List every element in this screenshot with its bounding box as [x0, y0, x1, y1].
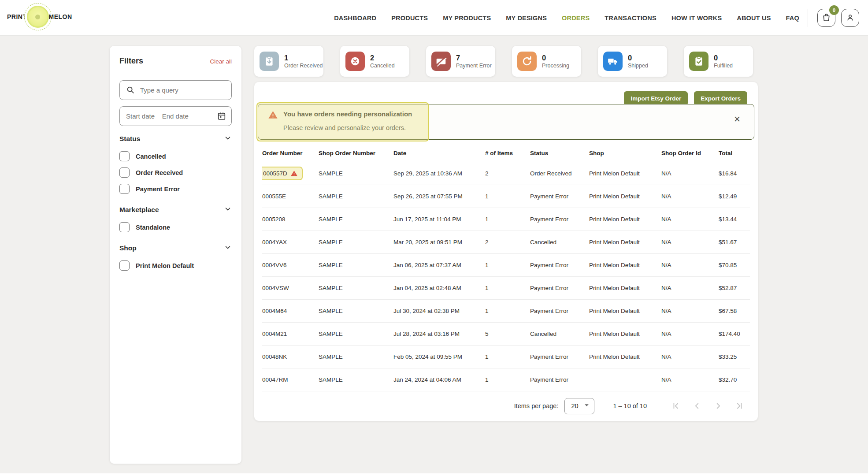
cell-order-number: 00048NK — [262, 353, 319, 360]
nav-item-my-products[interactable]: MY PRODUCTS — [443, 15, 491, 22]
cell-date: Feb 05, 2024 at 09:55 PM — [393, 353, 485, 360]
table-row-0004m64[interactable]: 0004M64SAMPLEJul 30, 2024 at 02:38 PM1Pa… — [262, 300, 750, 323]
filter-option-label: Cancelled — [136, 153, 166, 160]
nav-item-orders[interactable]: ORDERS — [562, 15, 590, 22]
table-row-00048nk[interactable]: 00048NKSAMPLEFeb 05, 2024 at 09:55 PM1Pa… — [262, 346, 750, 368]
table-header-row: Order NumberShop Order NumberDate# of It… — [262, 145, 750, 162]
status-card-cancelled[interactable]: 2Cancelled — [340, 46, 409, 77]
nav-item-how-it-works[interactable]: HOW IT WORKS — [671, 15, 722, 22]
status-card-label: Processing — [542, 63, 569, 70]
filter-option-cancelled[interactable]: Cancelled — [119, 148, 232, 164]
filter-section-header-marketplace[interactable]: Marketplace — [119, 205, 232, 215]
cell-items: 5 — [485, 331, 530, 337]
checkbox[interactable] — [119, 260, 130, 271]
cell-total: $52.87 — [719, 285, 750, 291]
status-card-count: 7 — [456, 53, 492, 63]
search-input[interactable] — [119, 80, 232, 100]
prev-page-icon[interactable] — [689, 398, 705, 414]
warning-triangle-icon — [268, 110, 278, 120]
account-button[interactable] — [841, 9, 859, 27]
status-card-fulfilled[interactable]: 0Fulfilled — [684, 46, 753, 77]
checkbox[interactable] — [119, 222, 130, 232]
nav-item-faq[interactable]: FAQ — [786, 15, 799, 22]
cell-items: 1 — [485, 376, 530, 383]
status-card-shipped[interactable]: 0Shipped — [598, 46, 667, 77]
checkbox[interactable] — [119, 151, 130, 161]
status-card-label: Shipped — [628, 63, 648, 70]
filter-section-title: Marketplace — [119, 206, 159, 214]
cell-shop-order-number: SAMPLE — [319, 262, 393, 268]
cell-shop: Print Melon Default — [589, 353, 661, 360]
clear-all-link[interactable]: Clear all — [210, 58, 232, 65]
cell-total: $33.25 — [719, 353, 750, 360]
filter-option-payment-error[interactable]: Payment Error — [119, 181, 232, 197]
payment-error-icon — [431, 52, 451, 71]
nav-item-about-us[interactable]: ABOUT US — [737, 15, 771, 22]
filter-section-header-shop[interactable]: Shop — [119, 243, 232, 253]
cell-total: $16.84 — [719, 170, 750, 177]
table-row-0004vv6[interactable]: 0004VV6SAMPLEJan 06, 2025 at 07:37 AM1Pa… — [262, 254, 750, 277]
cell-order-number: 0005208 — [262, 216, 319, 223]
cell-shop-order-number: SAMPLE — [319, 376, 393, 383]
status-card-label: Fulfilled — [714, 63, 733, 70]
cell-total: $70.85 — [719, 262, 750, 268]
nav-item-dashboard[interactable]: DASHBOARD — [334, 15, 376, 22]
personalization-alert: You have orders needing personalization … — [258, 104, 754, 140]
brand-prefix: PRINT — [7, 13, 27, 20]
table-row-0004vsw[interactable]: 0004VSWSAMPLEJan 04, 2025 at 02:48 AM1Pa… — [262, 277, 750, 300]
nav-item-products[interactable]: PRODUCTS — [391, 15, 428, 22]
processing-icon — [517, 52, 537, 71]
filter-section-shop: ShopPrint Melon Default — [119, 243, 232, 274]
chevron-down-icon — [224, 134, 232, 144]
cell-total: $51.67 — [719, 239, 750, 245]
status-card-payment-error[interactable]: 7Payment Error — [426, 46, 495, 77]
page-bottom-strip — [0, 473, 868, 476]
last-page-icon[interactable] — [731, 398, 747, 414]
first-page-icon[interactable] — [668, 398, 684, 414]
cell-order-number: 0004YAX — [262, 239, 319, 245]
status-card-order-received[interactable]: 1Order Received — [254, 46, 323, 77]
cell-date: Jun 17, 2025 at 11:04 PM — [393, 216, 485, 223]
column-header-shop-order-number: Shop Order Number — [319, 150, 393, 156]
filter-option-standalone[interactable]: Standalone — [119, 219, 232, 235]
orders-table: Order NumberShop Order NumberDate# of It… — [262, 145, 750, 391]
cell-shop-order-number: SAMPLE — [319, 285, 393, 291]
status-cards-row: 1Order Received2Cancelled7Payment Error0… — [254, 46, 758, 77]
user-icon — [845, 12, 855, 24]
cell-order-number: 000555E — [262, 193, 319, 200]
cart-button[interactable]: 0 — [817, 9, 835, 27]
column-header-order-number: Order Number — [262, 150, 319, 156]
table-row-0005208[interactable]: 0005208SAMPLEJun 17, 2025 at 11:04 PM1Pa… — [262, 208, 750, 231]
cell-status: Payment Error — [530, 353, 589, 360]
filter-section-header-status[interactable]: Status — [119, 134, 232, 144]
nav-item-my-designs[interactable]: MY DESIGNS — [506, 15, 547, 22]
chevron-down-icon — [584, 402, 590, 409]
brand-logo[interactable]: PRINT MELON — [7, 3, 72, 30]
table-row-000555e[interactable]: 000555ESAMPLESep 26, 2025 at 07:55 PM1Pa… — [262, 185, 750, 208]
cell-total: $12.49 — [719, 193, 750, 200]
cell-total: $67.58 — [719, 308, 750, 314]
table-row-0004m21[interactable]: 0004M21SAMPLEJul 28, 2024 at 03:16 PM5Ca… — [262, 323, 750, 346]
date-range-input[interactable] — [119, 106, 232, 126]
close-icon[interactable]: ✕ — [734, 115, 741, 123]
nav-item-transactions[interactable]: TRANSACTIONS — [605, 15, 657, 22]
status-card-processing[interactable]: 0Processing — [512, 46, 581, 77]
cell-shop-order-id: N/A — [661, 193, 719, 200]
table-row-000557d[interactable]: 000557DSAMPLESep 29, 2025 at 10:36 AM2Or… — [262, 162, 750, 185]
filter-option-print-melon-default[interactable]: Print Melon Default — [119, 257, 232, 274]
next-page-icon[interactable] — [710, 398, 726, 414]
order-received-icon — [260, 52, 279, 71]
filter-option-order-received[interactable]: Order Received — [119, 164, 232, 181]
cell-status: Payment Error — [530, 216, 589, 223]
calendar-icon[interactable] — [217, 111, 226, 121]
table-row-00047rm[interactable]: 00047RMSAMPLEJan 24, 2024 at 04:06 AM1Pa… — [262, 368, 750, 391]
items-per-page-select[interactable]: 20 — [564, 398, 594, 414]
cell-shop-order-number: SAMPLE — [319, 193, 393, 200]
status-card-label: Order Received — [284, 63, 323, 70]
sidebar-divider — [118, 72, 234, 72]
table-row-0004yax[interactable]: 0004YAXSAMPLEMar 20, 2025 at 09:51 PM2Ca… — [262, 231, 750, 254]
cell-date: Jul 30, 2024 at 02:38 PM — [393, 308, 485, 314]
checkbox[interactable] — [119, 184, 130, 194]
checkbox[interactable] — [119, 167, 130, 178]
filter-option-label: Payment Error — [136, 186, 180, 193]
